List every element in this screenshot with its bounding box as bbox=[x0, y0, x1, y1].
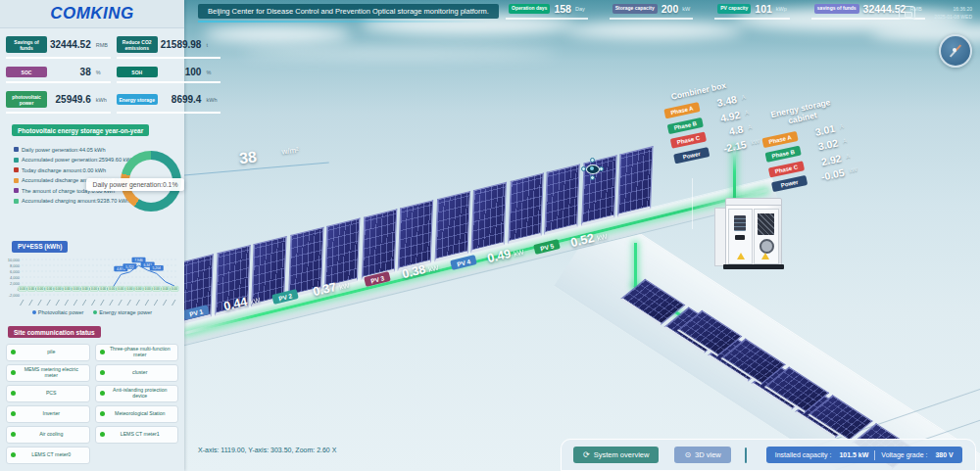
status-item-pcs: PCS bbox=[6, 385, 90, 402]
eye-icon bbox=[586, 165, 600, 174]
svg-text:2,000: 2,000 bbox=[10, 281, 21, 286]
power-value: -2.15 bbox=[712, 138, 748, 157]
kpi-value: 200 bbox=[662, 3, 679, 15]
kpi-badge: Energy storage bbox=[117, 94, 158, 105]
online-status-dot bbox=[100, 432, 105, 437]
cabinet-screen bbox=[734, 215, 746, 231]
online-status-dot bbox=[11, 411, 16, 416]
legend-swatch bbox=[93, 310, 97, 314]
cloud bbox=[566, 22, 743, 39]
system-overview-button[interactable]: ⟳ System overview bbox=[573, 447, 659, 463]
svg-text:0.00: 0.00 bbox=[28, 287, 34, 291]
online-status-dot bbox=[100, 370, 105, 375]
online-status-dot bbox=[11, 452, 16, 457]
kpi-badge: Savings of funds bbox=[6, 36, 47, 53]
legend-label: Today discharge amount:0.00 kWh bbox=[22, 167, 106, 173]
3d-view-button[interactable]: ⊙ 3D view bbox=[674, 447, 730, 463]
legend-item: Daily power generation:44.05 kWh bbox=[14, 147, 134, 153]
legend-label: Daily power generation:44.05 kWh bbox=[22, 147, 106, 153]
kpi-unit: Day bbox=[575, 6, 585, 12]
solar-panel bbox=[470, 182, 506, 254]
online-status-dot bbox=[11, 391, 16, 396]
svg-text:8,000: 8,000 bbox=[10, 263, 21, 268]
kpi-unit: RMB bbox=[94, 42, 111, 48]
status-item-air-cooling: Air cooling bbox=[6, 426, 90, 444]
status-item-lems-ct-meter1: LEMS CT meter1 bbox=[95, 426, 179, 444]
legend-item: Today discharge amount:0.00 kWh bbox=[14, 167, 134, 173]
scene-3d-viewport[interactable]: 38 w/m² PV 1 0.44kW PV 2 0.37kW PV 3 0.3… bbox=[184, 0, 980, 471]
legend-item: Accumulated charging amount:9238.70 kWh bbox=[14, 198, 134, 204]
svg-text:0.00: 0.00 bbox=[136, 287, 142, 291]
kpi-soc: SOC 38 % bbox=[6, 67, 111, 83]
kpi-badge: PV capacity bbox=[717, 4, 751, 14]
irradiance-value: 38 bbox=[238, 148, 258, 167]
svg-text:0.00: 0.00 bbox=[20, 287, 25, 291]
kpi-unit: kWp bbox=[776, 6, 787, 12]
voltage-grade-label: Voltage grade : bbox=[881, 451, 927, 458]
kpi-storage-capacity: Storage capacity 200 kW bbox=[610, 3, 694, 20]
cabinet-base bbox=[723, 264, 784, 269]
pv1-power-unit: kW bbox=[250, 297, 261, 306]
svg-text:0.00: 0.00 bbox=[118, 287, 123, 291]
kpi-operation-days: Operation days 158 Day bbox=[506, 3, 588, 20]
orbit-gizmo[interactable] bbox=[581, 158, 603, 179]
donut-tooltip: Daily power generation:0.1% bbox=[86, 178, 184, 191]
kpi-pv-capacity: PV capacity 101 kWp bbox=[714, 3, 790, 20]
svg-text:0.00: 0.00 bbox=[74, 287, 79, 291]
kpi-value: 21589.98 bbox=[161, 39, 202, 50]
cloud bbox=[204, 25, 351, 43]
online-status-dot bbox=[11, 432, 16, 437]
gizmo-dot bbox=[590, 175, 595, 180]
energy-storage-cabinet-3d[interactable] bbox=[725, 198, 782, 272]
power-badge: Power bbox=[771, 175, 808, 192]
status-item-inverter: Inverter bbox=[6, 405, 90, 423]
page-title: Beijing Center for Disease Control and P… bbox=[198, 4, 499, 19]
installed-capacity-value: 101.5 kW bbox=[839, 451, 868, 458]
online-status-dot bbox=[100, 411, 105, 416]
clock-time: 16:36:20 bbox=[934, 5, 972, 13]
kpi-badge: SOC bbox=[6, 67, 47, 77]
voltage-grade-value: 380 V bbox=[935, 451, 953, 458]
legend-item: Accumulated power generation:25949.60 kW… bbox=[14, 157, 134, 163]
legend-swatch bbox=[14, 178, 19, 183]
kpi-badge: SOH bbox=[117, 67, 158, 77]
logo-bar: COMKING bbox=[0, 0, 184, 28]
legend-label: Accumulated charging amount:9238.70 kWh bbox=[22, 198, 129, 204]
legend-swatch bbox=[14, 147, 19, 152]
compass-needle-icon bbox=[950, 44, 961, 57]
kpi-value: 32444.52 bbox=[50, 39, 91, 50]
compass-widget[interactable] bbox=[939, 34, 972, 68]
legend-item: Energy storage power bbox=[93, 309, 152, 315]
pv5-power-unit: kW bbox=[597, 233, 608, 242]
kpi-badge: Storage capacity bbox=[612, 4, 658, 14]
svg-text:0.00: 0.00 bbox=[145, 287, 151, 291]
status-label: MEMS metering electric meter bbox=[18, 367, 85, 379]
kpi-reduce-co2: Reduce CO2 emissions 21589.98 t bbox=[117, 36, 221, 59]
cabinet-body bbox=[725, 205, 782, 267]
kpi-unit: t bbox=[204, 42, 220, 48]
phase-b-unit: A bbox=[842, 138, 847, 145]
svg-text:7,946: 7,946 bbox=[134, 259, 143, 262]
monitor-icon[interactable] bbox=[899, 6, 915, 20]
left-sidebar: COMKING Savings of funds 32444.52 RMB Re… bbox=[0, 0, 184, 471]
clock-date: 2025-01-08 WED bbox=[934, 13, 972, 21]
phase-c-unit: A bbox=[845, 153, 850, 160]
online-status-dot bbox=[11, 350, 16, 354]
camera-coordinates-readout: X-axis: 1119.00, Y-axis: 303.50, Zoom: 2… bbox=[198, 447, 336, 453]
status-label: cluster bbox=[107, 370, 174, 376]
kpi-unit: % bbox=[204, 70, 220, 75]
kpi-value: 8699.4 bbox=[161, 94, 202, 105]
kpi-soh: SOH 100 % bbox=[117, 67, 221, 83]
legend-swatch bbox=[14, 167, 19, 172]
status-item-meteorological-station: Meteorological Station bbox=[95, 405, 179, 423]
pvess-panel: 10,0008,0006,0004,0002,0000-2,0004,8765,… bbox=[2, 255, 182, 309]
kpi-badge: Operation days bbox=[509, 4, 550, 14]
kpi-value: 100 bbox=[161, 67, 202, 77]
svg-text:0.00: 0.00 bbox=[163, 287, 169, 291]
site-status-grid: pile Three-phase multi-function meter ME… bbox=[6, 344, 178, 464]
title-underline bbox=[198, 21, 492, 23]
legend-swatch bbox=[14, 199, 19, 204]
chip-divider bbox=[874, 450, 875, 460]
yoy-panel-header: Photovoltaic energy storage year-on-year bbox=[12, 124, 149, 136]
svg-text:10,000: 10,000 bbox=[8, 258, 21, 262]
